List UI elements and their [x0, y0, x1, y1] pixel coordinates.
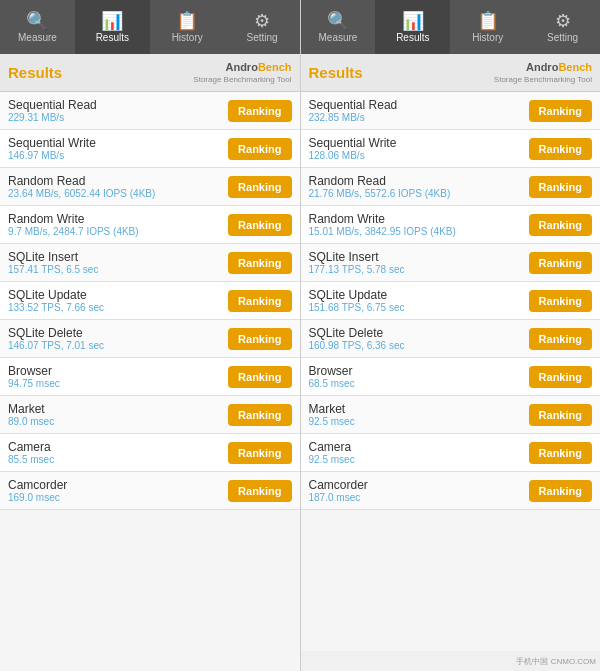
androbench-logo-right: AndroBenchStorage Benchmarking Tool — [494, 60, 592, 85]
result-item: SQLite Update133.52 TPS, 7.66 secRanking — [0, 282, 300, 320]
result-item: Sequential Read232.85 MB/sRanking — [301, 92, 601, 130]
result-name-6-right: SQLite Delete — [309, 326, 529, 340]
ranking-button-2-left[interactable]: Ranking — [228, 176, 291, 198]
ranking-button-3-left[interactable]: Ranking — [228, 214, 291, 236]
ranking-button-8-left[interactable]: Ranking — [228, 404, 291, 426]
result-name-5-left: SQLite Update — [8, 288, 228, 302]
panels-container: 🔍Measure📊Results📋History⚙SettingResultsA… — [0, 0, 600, 671]
ranking-button-9-right[interactable]: Ranking — [529, 442, 592, 464]
result-name-9-left: Camera — [8, 440, 228, 454]
nav-item-measure-left[interactable]: 🔍Measure — [0, 0, 75, 54]
nav-bar-right: 🔍Measure📊Results📋History⚙Setting — [301, 0, 601, 54]
ranking-button-10-left[interactable]: Ranking — [228, 480, 291, 502]
setting-icon: ⚙ — [254, 12, 270, 30]
result-item: Market89.0 msecRanking — [0, 396, 300, 434]
result-info-9-left: Camera85.5 msec — [8, 440, 228, 465]
ranking-button-4-right[interactable]: Ranking — [529, 252, 592, 274]
result-info-6-left: SQLite Delete146.07 TPS, 7.01 sec — [8, 326, 228, 351]
measure-icon: 🔍 — [26, 12, 48, 30]
result-value-9-left: 85.5 msec — [8, 454, 228, 465]
history-icon: 📋 — [477, 12, 499, 30]
ranking-button-0-left[interactable]: Ranking — [228, 100, 291, 122]
result-name-8-right: Market — [309, 402, 529, 416]
nav-item-history-left[interactable]: 📋History — [150, 0, 225, 54]
result-name-8-left: Market — [8, 402, 228, 416]
result-item: Random Read23.64 MB/s, 6052.44 IOPS (4KB… — [0, 168, 300, 206]
result-item: Camera85.5 msecRanking — [0, 434, 300, 472]
measure-icon: 🔍 — [327, 12, 349, 30]
result-item: SQLite Update151.68 TPS, 6.75 secRanking — [301, 282, 601, 320]
nav-item-results-left[interactable]: 📊Results — [75, 0, 150, 54]
result-item: Random Write15.01 MB/s, 3842.95 IOPS (4K… — [301, 206, 601, 244]
result-value-0-right: 232.85 MB/s — [309, 112, 529, 123]
results-header-right: ResultsAndroBenchStorage Benchmarking To… — [301, 54, 601, 92]
result-info-0-right: Sequential Read232.85 MB/s — [309, 98, 529, 123]
results-title-left: Results — [8, 64, 62, 81]
ranking-button-3-right[interactable]: Ranking — [529, 214, 592, 236]
ranking-button-0-right[interactable]: Ranking — [529, 100, 592, 122]
nav-item-setting-left[interactable]: ⚙Setting — [225, 0, 300, 54]
nav-item-results-right[interactable]: 📊Results — [375, 0, 450, 54]
result-info-3-right: Random Write15.01 MB/s, 3842.95 IOPS (4K… — [309, 212, 529, 237]
result-info-6-right: SQLite Delete160.98 TPS, 6.36 sec — [309, 326, 529, 351]
result-name-0-left: Sequential Read — [8, 98, 228, 112]
ranking-button-6-right[interactable]: Ranking — [529, 328, 592, 350]
result-item: SQLite Insert177.13 TPS, 5.78 secRanking — [301, 244, 601, 282]
result-item: Sequential Write128.06 MB/sRanking — [301, 130, 601, 168]
ranking-button-5-right[interactable]: Ranking — [529, 290, 592, 312]
result-value-4-right: 177.13 TPS, 5.78 sec — [309, 264, 529, 275]
result-value-5-right: 151.68 TPS, 6.75 sec — [309, 302, 529, 313]
ranking-button-5-left[interactable]: Ranking — [228, 290, 291, 312]
nav-item-setting-right[interactable]: ⚙Setting — [525, 0, 600, 54]
result-value-8-right: 92.5 msec — [309, 416, 529, 427]
result-value-2-right: 21.76 MB/s, 5572.6 IOPS (4KB) — [309, 188, 529, 199]
result-item: SQLite Delete160.98 TPS, 6.36 secRanking — [301, 320, 601, 358]
result-name-0-right: Sequential Read — [309, 98, 529, 112]
result-value-5-left: 133.52 TPS, 7.66 sec — [8, 302, 228, 313]
result-info-5-right: SQLite Update151.68 TPS, 6.75 sec — [309, 288, 529, 313]
ranking-button-4-left[interactable]: Ranking — [228, 252, 291, 274]
result-info-9-right: Camera92.5 msec — [309, 440, 529, 465]
results-icon: 📊 — [402, 12, 424, 30]
result-info-3-left: Random Write9.7 MB/s, 2484.7 IOPS (4KB) — [8, 212, 228, 237]
result-value-0-left: 229.31 MB/s — [8, 112, 228, 123]
ranking-button-7-right[interactable]: Ranking — [529, 366, 592, 388]
results-title-right: Results — [309, 64, 363, 81]
result-name-3-left: Random Write — [8, 212, 228, 226]
result-name-2-right: Random Read — [309, 174, 529, 188]
ranking-button-8-right[interactable]: Ranking — [529, 404, 592, 426]
result-info-8-right: Market92.5 msec — [309, 402, 529, 427]
result-item: SQLite Insert157.41 TPS, 6.5 secRanking — [0, 244, 300, 282]
results-list-left: Sequential Read229.31 MB/sRankingSequent… — [0, 92, 300, 671]
nav-item-history-right[interactable]: 📋History — [450, 0, 525, 54]
nav-item-measure-right[interactable]: 🔍Measure — [301, 0, 376, 54]
result-name-2-left: Random Read — [8, 174, 228, 188]
result-item: Random Write9.7 MB/s, 2484.7 IOPS (4KB)R… — [0, 206, 300, 244]
result-name-10-right: Camcorder — [309, 478, 529, 492]
ranking-button-10-right[interactable]: Ranking — [529, 480, 592, 502]
result-value-10-left: 169.0 msec — [8, 492, 228, 503]
ranking-button-6-left[interactable]: Ranking — [228, 328, 291, 350]
ranking-button-2-right[interactable]: Ranking — [529, 176, 592, 198]
results-header-left: ResultsAndroBenchStorage Benchmarking To… — [0, 54, 300, 92]
result-value-4-left: 157.41 TPS, 6.5 sec — [8, 264, 228, 275]
ranking-button-7-left[interactable]: Ranking — [228, 366, 291, 388]
result-item: Camcorder187.0 msecRanking — [301, 472, 601, 510]
nav-label-setting: Setting — [246, 32, 277, 43]
result-name-9-right: Camera — [309, 440, 529, 454]
result-info-1-left: Sequential Write146.97 MB/s — [8, 136, 228, 161]
result-name-1-right: Sequential Write — [309, 136, 529, 150]
result-info-10-left: Camcorder169.0 msec — [8, 478, 228, 503]
result-name-7-right: Browser — [309, 364, 529, 378]
ranking-button-9-left[interactable]: Ranking — [228, 442, 291, 464]
history-icon: 📋 — [176, 12, 198, 30]
result-value-7-left: 94.75 msec — [8, 378, 228, 389]
result-name-7-left: Browser — [8, 364, 228, 378]
nav-label-results: Results — [396, 32, 429, 43]
results-list-right: Sequential Read232.85 MB/sRankingSequent… — [301, 92, 601, 651]
nav-label-results: Results — [96, 32, 129, 43]
ranking-button-1-left[interactable]: Ranking — [228, 138, 291, 160]
result-name-1-left: Sequential Write — [8, 136, 228, 150]
result-name-5-right: SQLite Update — [309, 288, 529, 302]
ranking-button-1-right[interactable]: Ranking — [529, 138, 592, 160]
